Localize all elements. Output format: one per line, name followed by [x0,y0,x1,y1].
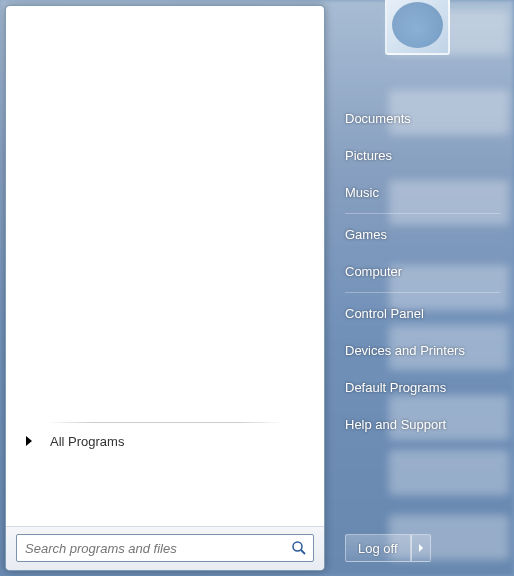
menu-label: Computer [345,264,402,279]
menu-item-documents[interactable]: Documents [335,100,510,137]
menu-item-pictures[interactable]: Pictures [335,137,510,174]
divider [46,422,284,423]
triangle-right-icon [419,544,423,552]
menu-item-devices-printers[interactable]: Devices and Printers [335,332,510,369]
menu-item-computer[interactable]: Computer [335,253,510,290]
search-area [6,526,324,570]
menu-item-help-support[interactable]: Help and Support [335,406,510,443]
logoff-button[interactable]: Log off [345,534,411,562]
menu-label: Pictures [345,148,392,163]
all-programs-button[interactable]: All Programs [18,425,312,457]
menu-item-music[interactable]: Music [335,174,510,211]
menu-label: Help and Support [345,417,446,432]
menu-item-control-panel[interactable]: Control Panel [335,295,510,332]
search-icon [291,540,307,556]
all-programs-label: All Programs [50,434,124,449]
divider [345,213,500,214]
start-menu-right-panel: Documents Pictures Music Games Computer … [335,0,510,576]
triangle-right-icon [26,436,32,446]
svg-line-1 [301,550,305,554]
menu-label: Games [345,227,387,242]
logoff-options-button[interactable] [411,534,431,562]
divider [345,292,500,293]
user-picture-frame[interactable] [385,0,450,55]
logoff-label: Log off [358,541,398,556]
svg-point-0 [293,542,302,551]
start-menu-left-panel: All Programs [5,5,325,571]
menu-label: Devices and Printers [345,343,465,358]
menu-item-default-programs[interactable]: Default Programs [335,369,510,406]
menu-label: Control Panel [345,306,424,321]
programs-list-area: All Programs [6,6,324,505]
search-box[interactable] [16,534,314,562]
menu-label: Default Programs [345,380,446,395]
menu-item-games[interactable]: Games [335,216,510,253]
logoff-container: Log off [345,534,431,562]
menu-label: Documents [345,111,411,126]
menu-label: Music [345,185,379,200]
search-input[interactable] [25,541,291,556]
